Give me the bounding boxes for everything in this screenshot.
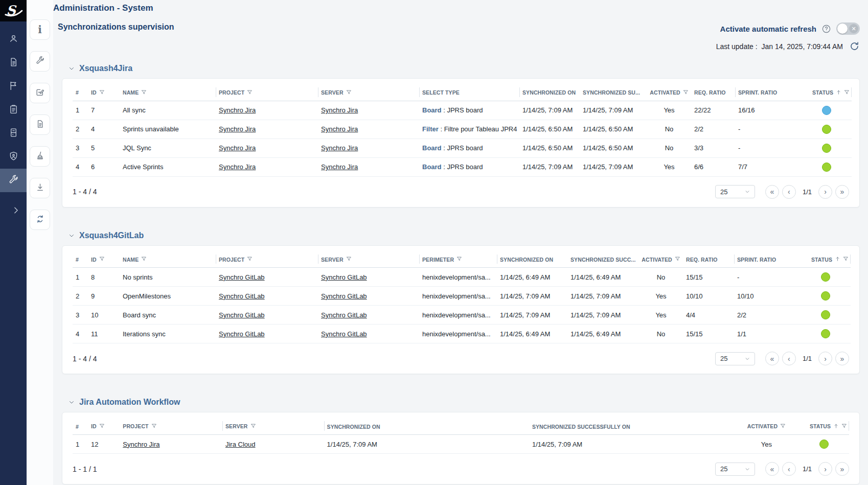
column-header-select_type[interactable]: SELECT TYPE [419, 84, 519, 101]
link-server[interactable]: Synchro GitLab [321, 292, 367, 300]
help-icon[interactable] [821, 24, 831, 34]
filter-icon[interactable] [247, 89, 253, 96]
filter-icon[interactable] [456, 256, 462, 263]
column-header-name[interactable]: NAME [120, 251, 216, 268]
auto-refresh-toggle[interactable]: ✕ [836, 22, 860, 35]
last-page-button[interactable]: » [835, 462, 849, 476]
link-project[interactable]: Synchro GitLab [219, 292, 265, 300]
sort-ascending-icon[interactable] [835, 256, 840, 263]
column-header-id[interactable]: ID [88, 251, 120, 268]
filter-icon[interactable] [683, 89, 689, 96]
column-header-num[interactable]: # [73, 84, 88, 101]
page-size-select[interactable]: 25 [715, 352, 755, 365]
column-header-status[interactable]: STATUS [794, 84, 852, 101]
column-header-sprint_ratio[interactable]: SPRINT. RATIO [735, 84, 794, 101]
filter-icon[interactable] [141, 89, 147, 96]
next-page-button[interactable]: › [818, 462, 832, 476]
filter-icon[interactable] [843, 256, 849, 263]
last-page-button[interactable]: » [835, 185, 849, 199]
link-project[interactable]: Synchro Jira [123, 441, 159, 448]
column-header-project[interactable]: PROJECT [216, 251, 318, 268]
next-page-button[interactable]: › [818, 185, 832, 199]
manual-refresh-icon[interactable] [849, 41, 860, 52]
rail-button-edit-note[interactable] [30, 83, 50, 103]
column-header-num[interactable]: # [73, 418, 88, 434]
filter-icon[interactable] [141, 256, 147, 263]
rail-button-download[interactable] [30, 178, 50, 198]
column-header-name[interactable]: NAME [120, 84, 216, 101]
first-page-button[interactable]: « [765, 462, 779, 476]
sidebar-item-wrench[interactable] [0, 169, 27, 192]
column-header-project[interactable]: PROJECT [120, 418, 222, 434]
link-project[interactable]: Synchro GitLab [219, 273, 265, 281]
filter-icon[interactable] [780, 423, 786, 430]
column-header-project[interactable]: PROJECT [216, 84, 318, 101]
link-project[interactable]: Synchro GitLab [219, 311, 265, 319]
filter-icon[interactable] [675, 256, 680, 263]
sidebar-item-server[interactable] [0, 122, 27, 145]
column-header-status[interactable]: STATUS [793, 251, 851, 268]
sort-ascending-icon[interactable] [833, 423, 839, 430]
filter-icon[interactable] [346, 89, 352, 96]
previous-page-button[interactable]: ‹ [782, 462, 796, 476]
filter-icon[interactable] [247, 256, 253, 263]
column-header-id[interactable]: ID [88, 418, 120, 434]
column-header-server[interactable]: SERVER [318, 251, 419, 268]
link-server[interactable]: Synchro GitLab [321, 330, 367, 338]
link-project[interactable]: Synchro GitLab [219, 330, 265, 338]
page-size-select[interactable]: 25 [715, 185, 755, 198]
squash-logo[interactable]: S [0, 0, 27, 21]
column-header-req_ratio[interactable]: REQ. RATIO [683, 251, 734, 268]
link-server[interactable]: Jira Cloud [225, 441, 256, 448]
first-page-button[interactable]: « [765, 352, 779, 365]
filter-icon[interactable] [99, 423, 105, 430]
filter-icon[interactable] [346, 256, 352, 263]
column-header-sprint_ratio[interactable]: SPRINT. RATIO [734, 251, 793, 268]
sort-ascending-icon[interactable] [836, 89, 841, 96]
link-server[interactable]: Synchro GitLab [321, 273, 367, 281]
sidebar-item-clipboard[interactable] [0, 98, 27, 122]
column-header-sync_on[interactable]: SYNCHRONIZED ON [497, 251, 567, 268]
previous-page-button[interactable]: ‹ [782, 185, 796, 199]
rail-button-document[interactable] [30, 114, 50, 135]
link-server[interactable]: Synchro Jira [321, 106, 358, 114]
section-header-xsquash4gitlab[interactable]: Xsquash4GitLab [68, 231, 860, 240]
column-header-req_ratio[interactable]: REQ. RATIO [691, 84, 735, 101]
column-header-perimeter[interactable]: PERIMETER [419, 251, 497, 268]
filter-icon[interactable] [250, 423, 256, 430]
section-header-xsquash4jira[interactable]: Xsquash4Jira [68, 64, 860, 73]
column-header-sync_success[interactable]: SYNCHRONIZED SUCCESSFULLY ON [529, 418, 740, 434]
column-header-sync_on[interactable]: SYNCHRONIZED ON [324, 418, 529, 434]
rail-button-sync[interactable] [30, 210, 50, 230]
filter-icon[interactable] [841, 423, 847, 430]
rail-button-info[interactable]: i [30, 19, 50, 40]
first-page-button[interactable]: « [765, 185, 779, 199]
column-header-num[interactable]: # [73, 251, 88, 268]
column-header-sync_on[interactable]: SYNCHRONIZED ON [519, 84, 580, 101]
column-header-activated[interactable]: ACTIVATED [740, 418, 791, 434]
column-header-activated[interactable]: ACTIVATED [646, 84, 691, 101]
section-header-jira-automation-workflow[interactable]: Jira Automation Workflow [68, 398, 860, 407]
page-size-select[interactable]: 25 [715, 463, 755, 476]
sidebar-item-chevron-right[interactable] [0, 199, 27, 223]
column-header-server[interactable]: SERVER [222, 418, 324, 434]
column-header-server[interactable]: SERVER [318, 84, 419, 101]
column-header-id[interactable]: ID [88, 84, 120, 101]
filter-icon[interactable] [99, 89, 105, 96]
link-project[interactable]: Synchro Jira [219, 163, 256, 171]
rail-button-broom[interactable] [30, 146, 50, 167]
sidebar-item-document[interactable] [0, 51, 27, 75]
filter-icon[interactable] [151, 423, 157, 430]
link-project[interactable]: Synchro Jira [219, 106, 256, 114]
last-page-button[interactable]: » [835, 352, 849, 365]
filter-icon[interactable] [99, 256, 105, 263]
sidebar-item-user[interactable] [0, 28, 27, 51]
column-header-status[interactable]: STATUS [792, 418, 849, 434]
sidebar-item-flag[interactable] [0, 75, 27, 98]
link-server[interactable]: Synchro Jira [321, 144, 358, 152]
link-server[interactable]: Synchro Jira [321, 163, 358, 171]
column-header-activated[interactable]: ACTIVATED [638, 251, 683, 268]
link-server[interactable]: Synchro GitLab [321, 311, 367, 319]
previous-page-button[interactable]: ‹ [782, 352, 796, 365]
column-header-sync_success[interactable]: SYNCHRONIZED SU... [580, 84, 646, 101]
